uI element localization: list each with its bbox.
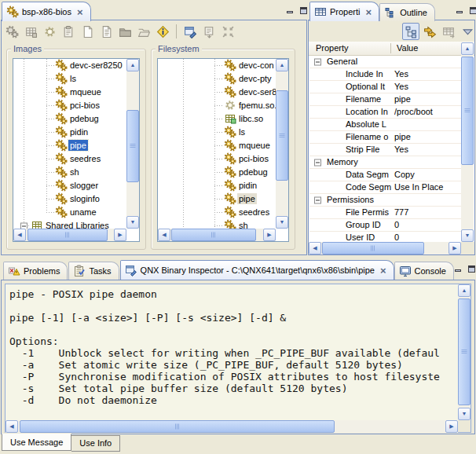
tree-item-mqueue[interactable]: mqueue <box>13 86 126 99</box>
maximize-icon[interactable] <box>467 263 476 273</box>
scroll-thumb[interactable] <box>27 229 108 241</box>
scroll-arrow-icon[interactable]: ▼ <box>461 229 474 242</box>
view-menu-button[interactable] <box>459 23 476 40</box>
tree-item-pci-bios[interactable]: pci-bios <box>13 99 126 112</box>
tree-item-uname[interactable]: uname <box>13 206 126 219</box>
scroll-arrow-icon[interactable]: ▶ <box>263 229 276 241</box>
editor-tab-bsp-x86-bios[interactable]: bsp-x86-bios× <box>2 2 91 21</box>
property-row-filename[interactable]: Filenamepipe <box>309 93 461 106</box>
scroll-arrow-icon[interactable]: ▲ <box>126 59 139 71</box>
tree-item-devc-con[interactable]: devc-con <box>158 59 276 72</box>
filesystem-tree[interactable]: devc-condevc-ptydevc-ser82fpemu.so.2libc… <box>158 59 276 229</box>
tree-item-pipe[interactable]: pipe <box>158 192 276 206</box>
scroll-thumb[interactable] <box>126 110 139 182</box>
tree-item-slogger[interactable]: slogger <box>13 179 126 192</box>
property-row-optional-it[interactable]: Optional ItYes <box>309 81 461 93</box>
import-folder-button[interactable] <box>116 23 134 40</box>
optimize-image-button[interactable] <box>219 23 236 40</box>
tree-item-devc-ser82[interactable]: devc-ser82 <box>158 86 276 99</box>
view-tab-tasks[interactable]: Tasks <box>68 262 119 280</box>
property-row-data-segm[interactable]: Data SegmCopy <box>309 169 461 181</box>
view-tab-qnx-binary-inspector-c-qnx64[interactable]: QNX Binary Inspector - C:\QNX641\target\… <box>120 260 394 280</box>
properties-vertical-scrollbar[interactable]: ▲▼ <box>461 42 474 242</box>
property-row-file-permis[interactable]: File Permis777 <box>309 207 461 219</box>
collapse-expander-icon[interactable] <box>20 222 27 229</box>
tree-item-seedres[interactable]: seedres <box>158 206 276 219</box>
scroll-arrow-icon[interactable]: ▲ <box>276 59 288 71</box>
tree-item-fpemu-so-2[interactable]: fpemu.so.2 <box>158 99 276 112</box>
column-header-value[interactable]: Value <box>397 43 418 53</box>
add-dll-button[interactable] <box>41 23 58 40</box>
maximize-icon[interactable] <box>298 5 309 14</box>
inspector-tab-use-info[interactable]: Use Info <box>71 435 120 452</box>
tree-item-pipe[interactable]: pipe <box>13 139 126 152</box>
tree-item-pidin[interactable]: pidin <box>13 126 126 139</box>
scroll-arrow-icon[interactable]: ▲ <box>458 284 471 297</box>
collapse-expander-icon[interactable] <box>314 159 321 166</box>
tree-item-shared-libraries[interactable]: Shared Libraries <box>13 219 126 229</box>
scroll-thumb[interactable] <box>322 242 424 254</box>
filesystem-tree-horizontal-scrollbar[interactable]: ◀▶ <box>158 229 276 241</box>
property-row-memory[interactable]: Memory <box>309 156 461 169</box>
tree-item-seedres[interactable]: seedres <box>13 152 126 166</box>
scroll-arrow-icon[interactable]: ◀ <box>158 229 170 241</box>
properties-horizontal-scrollbar[interactable]: ◀▶ <box>309 242 461 254</box>
tree-item-devc-ser8250[interactable]: devc-ser8250 <box>13 59 126 72</box>
inspector-tab-use-message[interactable]: Use Message <box>2 434 71 451</box>
view-tab-outline[interactable]: Outline <box>379 3 435 21</box>
collapse-expander-icon[interactable] <box>314 196 321 203</box>
tab-close-icon[interactable]: × <box>77 8 83 16</box>
column-header-property[interactable]: Property <box>316 43 349 53</box>
binary-inspector-button[interactable] <box>181 23 199 40</box>
scroll-arrow-icon[interactable]: ◀ <box>309 242 321 254</box>
tree-item-pci-bios[interactable]: pci-bios <box>158 152 276 166</box>
minimize-icon[interactable] <box>284 5 295 14</box>
new-item-button[interactable] <box>79 23 96 40</box>
view-tab-properti[interactable]: Properti× <box>309 2 379 21</box>
column-divider[interactable] <box>390 43 391 53</box>
tree-item-mqueue[interactable]: mqueue <box>158 139 276 152</box>
restore-default-value-button[interactable] <box>440 23 457 40</box>
scroll-arrow-icon[interactable]: ▼ <box>458 408 471 420</box>
tree-item-ls[interactable]: ls <box>158 126 276 139</box>
property-row-group-id[interactable]: Group ID0 <box>309 219 461 232</box>
images-tree-horizontal-scrollbar[interactable]: ◀▶ <box>13 229 126 241</box>
scroll-thumb[interactable] <box>171 229 256 241</box>
add-binaries-button[interactable] <box>3 23 20 40</box>
minimize-icon[interactable] <box>454 5 464 14</box>
scroll-arrow-icon[interactable]: ◀ <box>5 420 18 433</box>
images-tree[interactable]: devc-ser8250lsmqueuepci-biospdebugpidinp… <box>13 59 126 229</box>
property-row-code-segm[interactable]: Code SegmUse In Place <box>309 181 461 194</box>
add-library-button[interactable] <box>22 23 39 40</box>
minimize-icon[interactable] <box>452 263 463 273</box>
property-row-include-in[interactable]: Include InYes <box>309 68 461 81</box>
tree-item-libc-so[interactable]: libc.so <box>158 112 276 126</box>
tree-item-pidin[interactable]: pidin <box>158 179 276 192</box>
tree-item-pdebug[interactable]: pdebug <box>158 166 276 179</box>
scroll-arrow-icon[interactable]: ▶ <box>445 420 458 433</box>
scroll-arrow-icon[interactable]: ◀ <box>13 229 26 241</box>
scroll-thumb[interactable] <box>458 298 471 405</box>
property-row-filename-o[interactable]: Filename opipe <box>309 131 461 144</box>
scroll-arrow-icon[interactable]: ▶ <box>449 242 461 254</box>
filesystem-tree-vertical-scrollbar[interactable]: ▲▼ <box>276 59 288 229</box>
scroll-thumb[interactable] <box>276 90 288 181</box>
maximize-icon[interactable] <box>468 5 476 14</box>
tree-mode-button[interactable] <box>402 23 419 40</box>
inspector-vertical-scrollbar[interactable]: ▲▼ <box>458 284 471 420</box>
property-row-absolute-l[interactable]: Absolute L <box>309 119 461 131</box>
property-row-user-id[interactable]: User ID0 <box>309 232 461 242</box>
property-row-location-in[interactable]: Location In/proc/boot <box>309 106 461 119</box>
open-folder-button[interactable] <box>135 23 152 40</box>
view-tab-problems[interactable]: Problems <box>3 262 68 280</box>
tree-item-devc-pty[interactable]: devc-pty <box>158 72 276 86</box>
property-row-strip-file[interactable]: Strip FileYes <box>309 144 461 156</box>
view-build-file-button[interactable] <box>97 23 115 40</box>
tab-close-icon[interactable]: × <box>380 266 386 275</box>
scroll-thumb[interactable] <box>20 420 335 433</box>
tree-item-sloginfo[interactable]: sloginfo <box>13 192 126 206</box>
property-row-permissions[interactable]: Permissions <box>309 194 461 207</box>
tab-close-icon[interactable]: × <box>366 8 372 16</box>
scroll-arrow-icon[interactable]: ▼ <box>276 216 288 229</box>
tree-item-sh[interactable]: sh <box>13 166 126 179</box>
